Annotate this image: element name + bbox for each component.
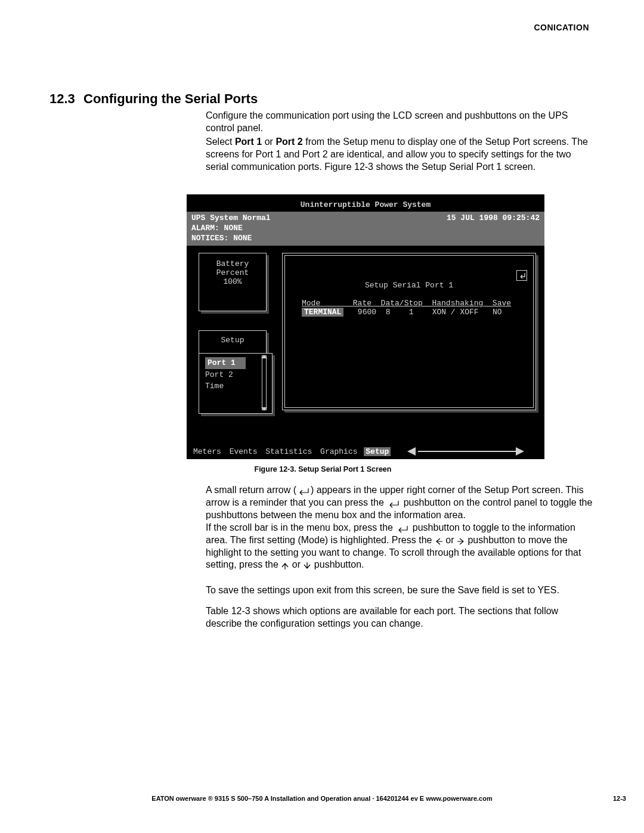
scroll-up-icon[interactable] [261,355,267,358]
label: Setup [221,336,244,345]
paragraph: If the scroll bar is in the menu box, pr… [206,522,593,571]
return-arrow-icon [395,524,410,532]
scroll-down-icon[interactable] [261,407,267,411]
header-topic: CONICATION [534,23,589,32]
content-panel-columns: Mode Rate Data/Stop Handshaking Save TER… [302,299,525,317]
return-arrow-icon [386,499,401,507]
lcd-screen-figure: Uninterruptible Power System UPS System … [187,194,544,459]
footer-page-number: 12-3 [613,795,626,802]
menu-item-port1[interactable]: Port 1 [205,357,246,369]
figure-caption: Figure 12-3. Setup Serial Port 1 Screen [49,465,596,473]
paragraph: A small return arrow () appears in the u… [206,484,593,521]
label: Percent [199,268,266,277]
tab-bar: Meters Events Statistics Graphics Setup [191,447,391,456]
status-alarm: ALARM: NONE [191,224,243,233]
status-notices: NOTICES: NONE [191,234,252,243]
content-panel: Setup Serial Port 1 Mode Rate Data/Stop … [282,253,536,410]
text: Select [206,137,235,147]
tab-meters[interactable]: Meters [191,447,223,456]
text: or [443,535,457,545]
text: or [262,137,275,147]
section-title: Configuring the Serial Ports [83,91,258,107]
text: pushbutton. [311,559,364,569]
right-arrow-icon [457,537,465,545]
up-arrow-icon [281,561,289,569]
paragraph: Select Port 1 or Port 2 from the Setup m… [206,136,593,173]
tab-graphics[interactable]: Graphics [318,447,359,456]
text: A small return arrow ( [206,485,296,495]
tab-statistics[interactable]: Statistics [264,447,314,456]
mode-value-selected[interactable]: TERMINAL [302,308,343,317]
left-arrow-icon [435,537,443,545]
text: or [289,559,303,569]
text: If the scroll bar is in the menu box, pr… [206,522,395,532]
paragraph: Table 12-3 shows which options are avail… [206,605,593,630]
column-headers: Mode Rate Data/Stop Handshaking Save [302,299,511,308]
tab-pointer-arrow [407,448,521,455]
label: Battery [199,259,266,268]
lcd-status-bar: UPS System Normal 15 JUL 1998 09:25:42 A… [187,212,544,246]
paragraph: Configure the communication port using t… [206,110,593,135]
text-bold: Port 2 [275,137,302,147]
lcd-title: Uninterruptible Power System [187,194,544,209]
paragraph: To save the settings upon exit from this… [206,584,593,597]
page-footer: EATON owerware ® 9315 S 500–750 A Instal… [0,795,644,802]
return-arrow-icon[interactable] [516,270,527,281]
label: 100% [199,277,266,286]
down-arrow-icon [303,561,311,569]
status-date-time: 15 JUL 1998 09:25:42 [447,213,540,224]
setup-label-box: Setup [199,330,267,354]
content-panel-title: Setup Serial Port 1 [285,281,533,290]
tab-setup[interactable]: Setup [364,447,391,456]
text-bold: Port 1 [235,137,262,147]
menu-scrollbar[interactable] [262,355,267,410]
return-arrow-icon [296,487,311,495]
section-number: 12.3 [49,91,75,107]
battery-percent-box: Battery Percent 100% [199,253,267,311]
row-values: 9600 8 1 XON / XOFF NO [343,308,501,317]
footer-center-text: EATON owerware ® 9315 S 500–750 A Instal… [0,795,644,802]
tab-events[interactable]: Events [228,447,259,456]
status-left: UPS System Normal [191,213,271,222]
